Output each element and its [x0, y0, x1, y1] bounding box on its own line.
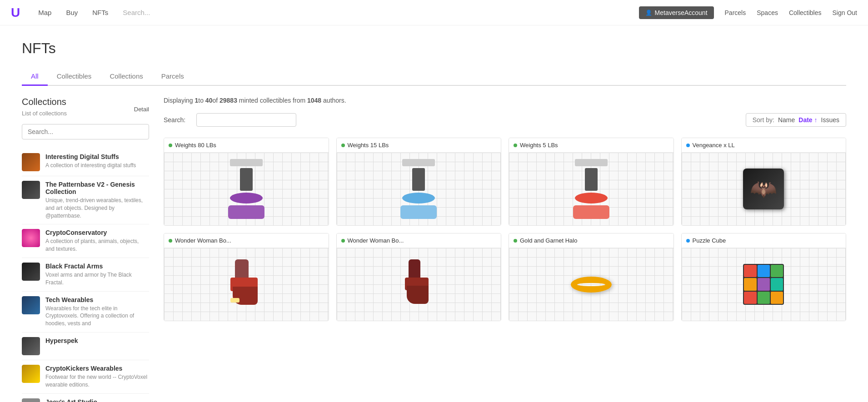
signout-link[interactable]: Sign Out	[833, 9, 857, 16]
collection-desc: Voxel arms and armor by The Black Fracta…	[45, 271, 149, 287]
item-image	[164, 153, 329, 225]
sidebar: Collections List of collections Detail I…	[22, 97, 149, 402]
sort-label: Sort by:	[753, 116, 774, 124]
collection-item[interactable]: Interesting Digital Stuffs A collection …	[22, 149, 149, 176]
item-header: Weights 5 LBs	[509, 138, 673, 153]
sort-name[interactable]: Name	[778, 116, 795, 124]
collection-name: Joey's Art Studio	[45, 398, 149, 402]
collection-desc: Wearables for the tech elite in Cryptovo…	[45, 305, 149, 328]
account-button[interactable]: MetaverseAccount	[639, 6, 714, 19]
sort-issues[interactable]: Issues	[821, 116, 839, 124]
logo[interactable]: U	[11, 5, 20, 20]
header: U Map Buy NFTs Search... MetaverseAccoun…	[0, 0, 868, 25]
tab-collectibles[interactable]: Collectibles	[48, 68, 101, 86]
header-parcels[interactable]: Parcels	[725, 9, 746, 16]
item-image	[164, 248, 329, 321]
grid-item[interactable]: Gold and Garnet Halo	[509, 233, 674, 321]
filter-row: Search: Sort by: Name Date ↑ Issues	[164, 113, 846, 127]
item-title: Weights 80 LBs	[175, 142, 216, 149]
collection-item[interactable]: Black Fractal Arms Voxel arms and armor …	[22, 258, 149, 292]
status-dot	[341, 239, 345, 243]
header-right: MetaverseAccount Parcels Spaces Collecti…	[639, 6, 857, 19]
grid-item[interactable]: Weights 80 LBs	[164, 138, 329, 226]
item-image-grid	[509, 248, 673, 321]
status-dot	[514, 239, 517, 243]
item-image-grid	[509, 153, 673, 225]
account-label: MetaverseAccount	[655, 9, 708, 16]
item-image-grid	[164, 248, 329, 321]
tab-collections[interactable]: Collections	[100, 68, 152, 86]
collection-name: CryptoKickers Wearables	[45, 365, 149, 372]
status-dot	[686, 239, 690, 243]
status-dot	[514, 144, 517, 147]
item-title: Wonder Woman Bo...	[175, 237, 231, 244]
item-header: Weights 15 LBs	[337, 138, 501, 153]
tab-bar: All Collectibles Collections Parcels	[22, 68, 846, 86]
item-image: 🦇	[682, 153, 846, 225]
tab-parcels[interactable]: Parcels	[152, 68, 193, 86]
collection-item[interactable]: CryptoKickers Wearables Footwear for the…	[22, 360, 149, 394]
item-title: Wonder Woman Bo...	[348, 237, 404, 244]
item-header: Weights 80 LBs	[164, 138, 329, 153]
header-collectibles[interactable]: Collectibles	[789, 9, 822, 16]
collection-item[interactable]: The Patternbase V2 - Genesis Collection …	[22, 176, 149, 224]
collection-thumb	[22, 337, 40, 355]
stats-authors: 1048	[307, 97, 321, 104]
item-header: Gold and Garnet Halo	[509, 233, 673, 248]
collection-item[interactable]: Tech Wearables Wearables for the tech el…	[22, 292, 149, 333]
nav-nfts[interactable]: NFTs	[92, 9, 108, 16]
item-image	[682, 248, 846, 321]
search-input[interactable]	[196, 113, 296, 127]
sidebar-subtitle: List of collections	[22, 110, 149, 117]
item-title: Weights 5 LBs	[520, 142, 558, 149]
header-search[interactable]: Search...	[123, 9, 150, 16]
collection-item[interactable]: Hyperspek	[22, 333, 149, 360]
item-title: Puzzle Cube	[693, 237, 726, 244]
header-spaces[interactable]: Spaces	[757, 9, 778, 16]
nav-buy[interactable]: Buy	[66, 9, 78, 16]
grid-item[interactable]: Weights 5 LBs	[509, 138, 674, 226]
page-content: NFTs All Collectibles Collections Parcel…	[0, 25, 868, 402]
item-header: Wonder Woman Bo...	[337, 233, 501, 248]
sort-date[interactable]: Date ↑	[798, 116, 817, 124]
item-image-grid: 🦇	[682, 153, 846, 225]
main-nav: Map Buy NFTs Search...	[38, 9, 639, 16]
detail-link[interactable]: Detail	[134, 106, 149, 113]
grid-item[interactable]: Vengeance x LL 🦇	[681, 138, 847, 226]
grid-item[interactable]: Wonder Woman Bo...	[336, 233, 502, 321]
collection-desc: Unique, trend-driven wearables, textiles…	[45, 197, 149, 219]
item-image	[337, 153, 501, 225]
item-header: Puzzle Cube	[682, 233, 846, 248]
collection-name: Tech Wearables	[45, 296, 149, 303]
search-label: Search:	[164, 116, 185, 124]
collection-item[interactable]: U Joey's Art Studio An art studio for th…	[22, 394, 149, 402]
grid-item[interactable]: Puzzle Cube	[681, 233, 847, 321]
item-image	[337, 248, 501, 321]
content-area: Collections List of collections Detail I…	[22, 97, 846, 402]
sidebar-title: Collections	[22, 97, 149, 107]
item-header: Vengeance x LL	[682, 138, 846, 153]
item-image	[509, 153, 673, 225]
status-dot	[341, 144, 345, 147]
collection-name: CryptoConservatory	[45, 229, 149, 236]
grid-item[interactable]: Wonder Woman Bo...	[164, 233, 329, 321]
collection-item[interactable]: CryptoConservatory A collection of plant…	[22, 224, 149, 258]
status-dot	[686, 144, 690, 147]
item-title: Gold and Garnet Halo	[520, 237, 577, 244]
collection-thumb: U	[22, 398, 40, 402]
page-title: NFTs	[22, 40, 846, 57]
tab-all[interactable]: All	[22, 68, 48, 86]
status-dot	[169, 239, 172, 243]
collection-desc: A collection of plants, animals, objects…	[45, 238, 149, 253]
nav-map[interactable]: Map	[38, 9, 51, 16]
item-image-grid	[682, 248, 846, 321]
collection-thumb	[22, 181, 40, 199]
collection-name: Hyperspek	[45, 337, 149, 344]
sidebar-search-input[interactable]	[22, 124, 149, 139]
grid-item[interactable]: Weights 15 LBs	[336, 138, 502, 226]
sort-box: Sort by: Name Date ↑ Issues	[746, 113, 846, 127]
stats-total: 29883	[219, 97, 237, 104]
collection-name: Interesting Digital Stuffs	[45, 153, 149, 160]
stats-bar: Displaying 1to 40of 29883 minted collect…	[164, 97, 846, 104]
collection-thumb	[22, 263, 40, 281]
